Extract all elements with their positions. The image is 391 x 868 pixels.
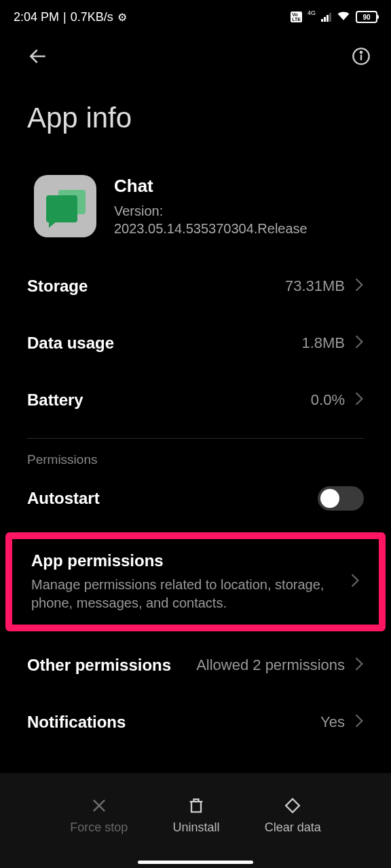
status-left: 2:04 PM | 0.7KB/s ⚙ xyxy=(14,10,127,24)
permissions-section-header: Permissions xyxy=(0,452,391,470)
data-usage-row[interactable]: Data usage 1.8MB xyxy=(0,315,391,372)
uninstall-label: Uninstall xyxy=(172,821,219,835)
other-permissions-row[interactable]: Other permissions Allowed 2 permissions xyxy=(0,637,391,694)
version-label: Version: xyxy=(114,202,308,220)
volte-icon: VoLTE xyxy=(291,12,302,22)
force-stop-label: Force stop xyxy=(70,821,128,835)
top-bar xyxy=(0,34,391,81)
chevron-right-icon xyxy=(354,656,364,674)
autostart-row[interactable]: Autostart xyxy=(0,470,391,527)
status-speed: 0.7KB/s xyxy=(71,10,113,24)
app-info-text: Chat Version: 2023.05.14.535370304.Relea… xyxy=(114,176,308,237)
svg-point-2 xyxy=(360,52,362,53)
data-usage-label: Data usage xyxy=(27,334,114,353)
chevron-right-icon xyxy=(354,277,364,295)
bottom-action-bar: Force stop Uninstall Clear data xyxy=(0,773,391,868)
back-button[interactable] xyxy=(27,45,49,70)
app-header: Chat Version: 2023.05.14.535370304.Relea… xyxy=(0,161,391,258)
wifi-icon xyxy=(337,9,350,26)
clear-data-label: Clear data xyxy=(265,821,321,835)
chevron-right-icon xyxy=(350,573,360,591)
app-permissions-row[interactable]: App permissions Manage permissions relat… xyxy=(31,551,360,612)
storage-label: Storage xyxy=(27,277,88,296)
home-indicator[interactable] xyxy=(138,861,253,864)
app-permissions-label: App permissions xyxy=(31,551,330,570)
status-time: 2:04 PM xyxy=(14,10,59,24)
notifications-row[interactable]: Notifications Yes xyxy=(0,694,391,751)
battery-icon: 90 xyxy=(356,11,377,23)
app-permissions-desc: Manage permissions related to location, … xyxy=(31,576,330,612)
autostart-toggle[interactable] xyxy=(318,486,364,511)
uninstall-button[interactable]: Uninstall xyxy=(172,796,219,835)
status-bar: 2:04 PM | 0.7KB/s ⚙ VoLTE 4G 90 xyxy=(0,0,391,34)
app-icon xyxy=(34,175,96,237)
battery-row[interactable]: Battery 0.0% xyxy=(0,372,391,429)
divider xyxy=(27,438,364,439)
battery-level: 90 xyxy=(362,14,370,21)
storage-value: 73.31MB xyxy=(285,277,345,295)
status-divider: | xyxy=(63,10,67,24)
other-permissions-label: Other permissions xyxy=(27,656,171,675)
page-title: App info xyxy=(0,81,391,161)
chevron-right-icon xyxy=(354,713,364,731)
other-permissions-value: Allowed 2 permissions xyxy=(196,656,345,674)
toggle-knob xyxy=(320,489,339,508)
signal-bars-icon xyxy=(321,12,331,22)
version-value: 2023.05.14.535370304.Release xyxy=(114,220,308,237)
info-button[interactable] xyxy=(352,47,371,68)
signal-type: 4G xyxy=(308,9,316,16)
chevron-right-icon xyxy=(354,391,364,409)
app-permissions-highlight: App permissions Manage permissions relat… xyxy=(5,532,386,631)
battery-label: Battery xyxy=(27,391,83,410)
force-stop-button[interactable]: Force stop xyxy=(70,796,128,835)
battery-value: 0.0% xyxy=(311,391,345,409)
data-usage-value: 1.8MB xyxy=(301,334,345,352)
app-name: Chat xyxy=(114,176,308,197)
status-right: VoLTE 4G 90 xyxy=(291,9,377,26)
chevron-right-icon xyxy=(354,334,364,352)
storage-row[interactable]: Storage 73.31MB xyxy=(0,258,391,315)
notifications-value: Yes xyxy=(320,713,345,731)
gear-icon: ⚙ xyxy=(117,11,127,24)
clear-data-button[interactable]: Clear data xyxy=(265,796,321,835)
autostart-label: Autostart xyxy=(27,489,100,508)
svg-rect-3 xyxy=(286,799,299,812)
notifications-label: Notifications xyxy=(27,713,126,732)
